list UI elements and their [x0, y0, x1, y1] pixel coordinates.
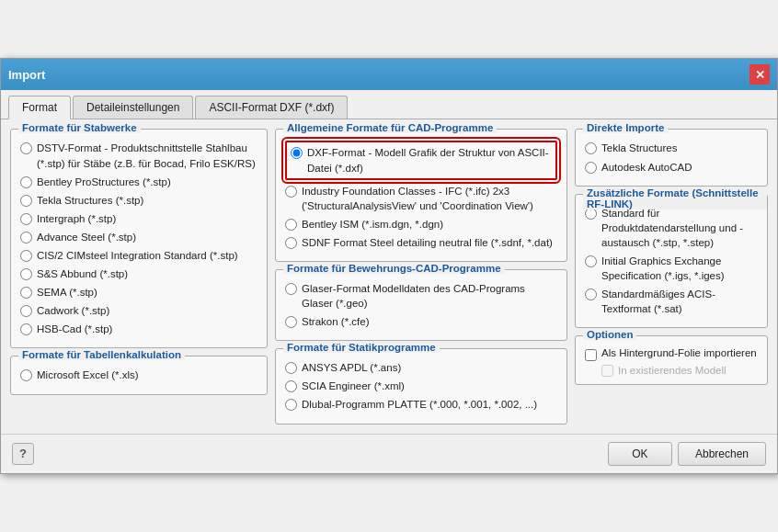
radio-hsb-cad[interactable]: HSB-Cad (*.stp)	[20, 322, 257, 336]
checkbox-hintergrund[interactable]: Als Hintergrund-Folie importieren	[585, 347, 758, 361]
radio-dxf-modell-input[interactable]	[291, 147, 303, 159]
radio-sema[interactable]: SEMA (*.stp)	[20, 285, 257, 300]
radio-excel[interactable]: Microsoft Excel (*.xls)	[20, 368, 257, 382]
radio-intergraph[interactable]: Intergraph (*.stp)	[20, 211, 257, 226]
checkbox-existierend-label: In existierendes Modell	[618, 365, 727, 376]
radio-cadwork-label: Cadwork (*.stp)	[37, 303, 109, 318]
radio-scia-input[interactable]	[285, 380, 297, 392]
radio-tekla-stp[interactable]: Tekla Structures (*.stp)	[20, 193, 257, 208]
right-column: Direkte Importe Tekla Structures Autodes…	[575, 129, 768, 424]
radio-bentley-ism-label: Bentley ISM (*.ism.dgn, *.dgn)	[302, 217, 443, 232]
radio-bentley-pro[interactable]: Bentley ProStructures (*.stp)	[20, 175, 257, 189]
radio-iges-input[interactable]	[585, 255, 597, 267]
tab-format[interactable]: Format	[8, 96, 71, 119]
main-content: Formate für Stabwerke DSTV-Format - Prod…	[1, 119, 777, 433]
radio-ss-abbund-input[interactable]	[20, 268, 32, 280]
radio-tekla-stp-input[interactable]	[20, 195, 32, 207]
radio-ifc-label: Industry Foundation Classes - IFC (*.ifc…	[302, 184, 557, 213]
ok-button[interactable]: OK	[608, 442, 672, 466]
radio-scia[interactable]: SCIA Engineer (*.xml)	[285, 379, 557, 393]
radio-ansys[interactable]: ANSYS APDL (*.ans)	[285, 360, 557, 375]
radio-ss-abbund[interactable]: S&S Abbund (*.stp)	[20, 266, 257, 281]
radio-sema-label: SEMA (*.stp)	[37, 285, 97, 300]
mid-column: Allgemeine Formate für CAD-Programme DXF…	[275, 129, 567, 424]
radio-ifc[interactable]: Industry Foundation Classes - IFC (*.ifc…	[285, 184, 557, 213]
group-statik-title: Formate für Statikprogramme	[283, 342, 440, 353]
radio-glaser-label: Glaser-Format Modelldaten des CAD-Progra…	[302, 281, 557, 311]
radio-intergraph-input[interactable]	[20, 213, 32, 225]
radio-strakon[interactable]: Strakon (*.cfe)	[285, 314, 557, 329]
radio-dlubal-input[interactable]	[285, 399, 297, 411]
radio-cadwork[interactable]: Cadwork (*.stp)	[20, 303, 257, 318]
help-button[interactable]: ?	[12, 443, 34, 465]
radio-strakon-label: Strakon (*.cfe)	[302, 314, 370, 329]
radio-bentley-ism-input[interactable]	[285, 219, 297, 231]
group-optionen-title: Optionen	[583, 329, 636, 340]
radio-cis-input[interactable]	[20, 250, 32, 262]
group-direkte: Direkte Importe Tekla Structures Autodes…	[575, 129, 768, 186]
group-direkte-title: Direkte Importe	[583, 122, 668, 133]
radio-bentley-pro-input[interactable]	[20, 176, 32, 188]
checkbox-hintergrund-input[interactable]	[585, 349, 597, 361]
radio-tekla-direct-label: Tekla Structures	[601, 141, 677, 155]
tab-detaileinstellungen[interactable]: Detaileinstellungen	[73, 96, 193, 119]
radio-ansys-label: ANSYS APDL (*.ans)	[302, 360, 401, 375]
radio-sdnf[interactable]: SDNF Format Steel detailing neutral file…	[285, 235, 557, 250]
radio-dstv-label: DSTV-Format - Produktschnittstelle Stahl…	[37, 141, 257, 170]
radio-sema-input[interactable]	[20, 287, 32, 299]
radio-hsb-cad-input[interactable]	[20, 323, 32, 335]
checkbox-existierend-container: In existierendes Modell	[601, 365, 758, 377]
radio-strakon-input[interactable]	[285, 316, 297, 328]
close-button[interactable]: ✕	[749, 64, 770, 85]
title-bar: Import ✕	[1, 59, 777, 90]
radio-autodesk-input[interactable]	[585, 162, 597, 174]
radio-standard-rf-label: Standard für Produktdatendarstellung und…	[601, 206, 758, 250]
radio-ifc-input[interactable]	[285, 186, 297, 198]
footer: ? OK Abbrechen	[1, 434, 777, 473]
window-title: Import	[8, 68, 45, 82]
radio-advance-input[interactable]	[20, 232, 32, 243]
radio-iges-label: Initial Graphics Exchange Specification …	[601, 254, 758, 283]
group-cad: Allgemeine Formate für CAD-Programme DXF…	[275, 129, 567, 262]
radio-advance-label: Advance Steel (*.stp)	[37, 230, 136, 244]
group-tabellenkalkulation-title: Formate für Tabellenkalkulation	[18, 349, 185, 360]
radio-standard-rf[interactable]: Standard für Produktdatendarstellung und…	[585, 206, 758, 250]
cancel-button[interactable]: Abbrechen	[678, 442, 766, 466]
radio-dxf-modell-label: DXF-Format - Modell Grafik der Struktur …	[307, 145, 552, 175]
radio-tekla-stp-label: Tekla Structures (*.stp)	[37, 193, 143, 208]
radio-autodesk-label: Autodesk AutoCAD	[601, 160, 692, 175]
radio-cadwork-input[interactable]	[20, 305, 32, 317]
radio-cis-label: CIS/2 CIMsteel Integration Standard (*.s…	[37, 248, 238, 263]
group-statik: Formate für Statikprogramme ANSYS APDL (…	[275, 348, 567, 424]
radio-excel-label: Microsoft Excel (*.xls)	[37, 368, 139, 382]
group-tabellenkalkulation: Formate für Tabellenkalkulation Microsof…	[10, 356, 268, 394]
radio-glaser[interactable]: Glaser-Format Modelldaten des CAD-Progra…	[285, 281, 557, 311]
checkbox-hintergrund-label: Als Hintergrund-Folie importieren	[601, 347, 757, 358]
radio-ansys-input[interactable]	[285, 362, 297, 374]
radio-bentley-ism[interactable]: Bentley ISM (*.ism.dgn, *.dgn)	[285, 217, 557, 232]
radio-iges[interactable]: Initial Graphics Exchange Specification …	[585, 254, 758, 283]
left-column: Formate für Stabwerke DSTV-Format - Prod…	[10, 129, 268, 424]
radio-cis[interactable]: CIS/2 CIMsteel Integration Standard (*.s…	[20, 248, 257, 263]
radio-tekla-direct-input[interactable]	[585, 142, 597, 154]
radio-dstv-input[interactable]	[20, 142, 32, 154]
group-bewehrungs-title: Formate für Bewehrungs-CAD-Programme	[283, 263, 505, 274]
radio-dxf-modell[interactable]: DXF-Format - Modell Grafik der Struktur …	[285, 141, 557, 179]
group-cad-title: Allgemeine Formate für CAD-Programme	[283, 122, 497, 133]
radio-dlubal[interactable]: Dlubal-Programm PLATTE (*.000, *.001, *.…	[285, 397, 557, 412]
radio-acis-input[interactable]	[585, 289, 597, 300]
group-zusaetzliche: Zusätzliche Formate (Schnittstelle RF-LI…	[575, 194, 768, 329]
radio-ss-abbund-label: S&S Abbund (*.stp)	[37, 266, 128, 281]
radio-glaser-input[interactable]	[285, 283, 297, 295]
group-optionen: Optionen Als Hintergrund-Folie importier…	[575, 335, 768, 385]
radio-sdnf-input[interactable]	[285, 237, 297, 249]
radio-tekla-direct[interactable]: Tekla Structures	[585, 141, 758, 155]
radio-excel-input[interactable]	[20, 369, 32, 381]
radio-dstv[interactable]: DSTV-Format - Produktschnittstelle Stahl…	[20, 141, 257, 170]
radio-acis[interactable]: Standardmäßiges ACIS-Textformat (*.sat)	[585, 287, 758, 316]
group-bewehrungs: Formate für Bewehrungs-CAD-Programme Gla…	[275, 269, 567, 341]
radio-sdnf-label: SDNF Format Steel detailing neutral file…	[302, 235, 553, 250]
tab-ascii[interactable]: ASCII-Format DXF (*.dxf)	[195, 96, 348, 119]
radio-advance[interactable]: Advance Steel (*.stp)	[20, 230, 257, 244]
radio-autodesk[interactable]: Autodesk AutoCAD	[585, 160, 758, 175]
